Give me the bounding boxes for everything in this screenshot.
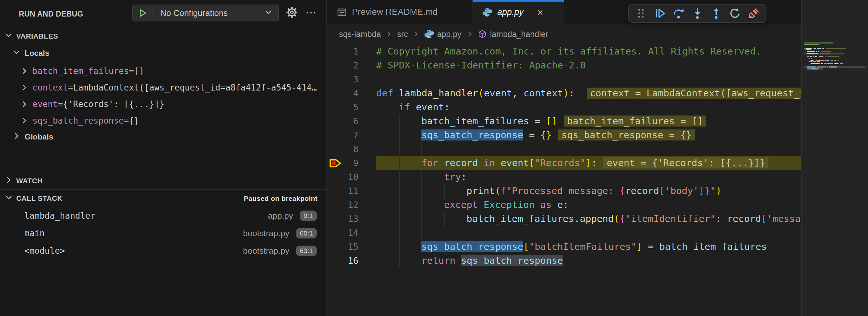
call-stack-frame[interactable]: lambda_handlerapp.py9:1 (0, 207, 326, 224)
line-number: 9 (353, 158, 359, 168)
variable-row[interactable]: batch_item_failures = [] (0, 63, 326, 79)
minimap-line (804, 56, 868, 57)
gutter[interactable]: 9 (327, 156, 376, 170)
gutter[interactable]: 13 (327, 212, 376, 226)
code-line[interactable]: 1# Copyright Amazon.com, Inc. or its aff… (327, 44, 868, 58)
minimap[interactable] (801, 0, 868, 316)
gutter[interactable]: 6 (327, 114, 376, 128)
call-stack-section-header[interactable]: CALL STACK Paused on breakpoint (0, 193, 326, 204)
code-line[interactable]: 4def lambda_handler(event, context): con… (327, 86, 868, 100)
tab-label: app.py (497, 7, 524, 17)
breadcrumb-separator-icon (412, 31, 420, 38)
watch-section-header[interactable]: WATCH (0, 175, 326, 187)
variables-section-header[interactable]: VARIABLES (0, 31, 326, 42)
breadcrumb-item-sqs-lambda[interactable]: sqs-lambda (339, 30, 381, 39)
code-line-content[interactable]: try: (376, 170, 868, 184)
code-token: = (642, 241, 659, 252)
call-stack-frame[interactable]: mainbootstrap.py60:1 (0, 224, 326, 242)
minimap-token (818, 56, 818, 57)
code-line-content[interactable]: if event: (376, 100, 868, 114)
variable-row[interactable]: context = LambdaContext([aws_request_id=… (0, 79, 326, 96)
code-line-content[interactable]: # Copyright Amazon.com, Inc. or its affi… (376, 44, 868, 58)
indent-guide (399, 114, 400, 128)
step-into-button[interactable] (690, 6, 705, 21)
code-line-content[interactable]: batch_item_failures.append({"itemIdentif… (376, 212, 868, 226)
minimap-token (816, 60, 825, 61)
tab-preview-readme-md[interactable]: Preview README.md (327, 0, 473, 24)
locals-group[interactable]: Locals (0, 46, 49, 60)
sidebar-more-actions-button[interactable]: ⋯ (303, 4, 320, 21)
gutter[interactable]: 8 (327, 142, 376, 156)
tab-close-button[interactable]: × (534, 7, 546, 18)
code-line[interactable]: 11print(f"Processed message: {record['bo… (327, 184, 868, 198)
globals-group[interactable]: Globals (0, 130, 53, 144)
minimap-token (827, 63, 833, 64)
code-line-content[interactable] (376, 226, 868, 240)
gutter[interactable]: 15 (327, 240, 376, 254)
gutter[interactable]: 7 (327, 128, 376, 142)
gutter[interactable]: 5 (327, 100, 376, 114)
line-number: 7 (353, 130, 359, 140)
step-out-button[interactable] (709, 6, 723, 21)
code-line-content[interactable]: except Exception as e: (376, 198, 868, 212)
gutter[interactable]: 2 (327, 58, 376, 72)
gutter[interactable]: 16 (327, 254, 376, 268)
code-line[interactable]: 2# SPDX-License-Identifier: Apache-2.0 (327, 58, 868, 72)
debug-config-dropdown[interactable]: No Configurations (132, 4, 279, 22)
code-line[interactable]: 9for record in event["Records"]:event = … (327, 156, 868, 170)
code-line[interactable]: 3 (327, 72, 868, 86)
indent-guide (421, 226, 422, 240)
code-line[interactable]: 7sqs_batch_response = {}sqs_batch_respon… (327, 128, 868, 142)
code-line[interactable]: 5if event: (327, 100, 868, 114)
gutter[interactable]: 12 (327, 198, 376, 212)
code-line[interactable]: 16return sqs_batch_response (327, 254, 868, 268)
continue-button[interactable] (653, 6, 667, 21)
tab-app-py[interactable]: app.py× (473, 0, 564, 24)
gutter[interactable]: 1 (327, 44, 376, 58)
breadcrumb-item-lambda-handler[interactable]: lambda_handler (478, 30, 548, 39)
code-line-content[interactable]: def lambda_handler(event, context): cont… (376, 86, 868, 100)
code-line[interactable]: 8 (327, 142, 868, 156)
code-line[interactable]: 10try: (327, 170, 868, 184)
minimap-token (806, 48, 812, 49)
code-line[interactable]: 13batch_item_failures.append({"itemIdent… (327, 212, 868, 226)
start-debug-button[interactable] (133, 5, 152, 21)
gutter[interactable]: 11 (327, 184, 376, 198)
editor-group: Preview README.mdapp.py× ⋯ sqs-lambdasrc… (327, 0, 868, 316)
run-and-debug-sidebar: RUN AND DEBUG No Configurations ⋯ VARIAB… (0, 0, 327, 316)
disconnect-button[interactable] (747, 6, 761, 21)
minimap-token (824, 63, 825, 64)
gutter[interactable]: 14 (327, 226, 376, 240)
step-over-button[interactable] (672, 6, 686, 21)
gutter[interactable]: 10 (327, 170, 376, 184)
breadcrumb-item-app-py[interactable]: app.py (424, 29, 462, 39)
code-line-content[interactable]: batch_item_failures = []batch_item_failu… (376, 114, 868, 128)
restart-button[interactable] (728, 6, 742, 21)
code-line[interactable]: 12except Exception as e: (327, 198, 868, 212)
variable-row[interactable]: sqs_batch_response = {} (0, 112, 326, 129)
gutter[interactable]: 4 (327, 86, 376, 100)
code-line[interactable]: 14 (327, 226, 868, 240)
variable-value: {'Records': [{...}]} (63, 99, 164, 109)
code-line-content[interactable] (376, 72, 868, 86)
call-stack-frame[interactable]: <module>bootstrap.py63:1 (0, 242, 326, 259)
drag-grip-button[interactable] (634, 6, 648, 21)
code-line-content[interactable]: # SPDX-License-Identifier: Apache-2.0 (376, 58, 868, 72)
code-line[interactable]: 6batch_item_failures = []batch_item_fail… (327, 114, 868, 128)
minimap-token (838, 60, 838, 61)
code-line[interactable]: 15sqs_batch_response["batchItemFailures"… (327, 240, 868, 254)
variable-row[interactable]: event = {'Records': [{...}]} (0, 96, 326, 112)
minimap-token (815, 53, 817, 54)
debug-settings-button[interactable] (284, 4, 300, 21)
code-token: f (500, 185, 506, 196)
code-line-content[interactable] (376, 142, 868, 156)
breadcrumb-separator-icon (385, 31, 393, 38)
variable-value: {} (129, 116, 139, 126)
code-line-content[interactable]: for record in event["Records"]:event = {… (376, 156, 868, 170)
code-line-content[interactable]: sqs_batch_response = {}sqs_batch_respons… (376, 128, 868, 142)
gutter[interactable]: 3 (327, 72, 376, 86)
code-line-content[interactable]: sqs_batch_response["batchItemFailures"] … (376, 240, 868, 254)
code-line-content[interactable]: print(f"Processed message: {record['body… (376, 184, 868, 198)
breadcrumb-item-src[interactable]: src (397, 30, 408, 39)
code-line-content[interactable]: return sqs_batch_response (376, 254, 868, 268)
